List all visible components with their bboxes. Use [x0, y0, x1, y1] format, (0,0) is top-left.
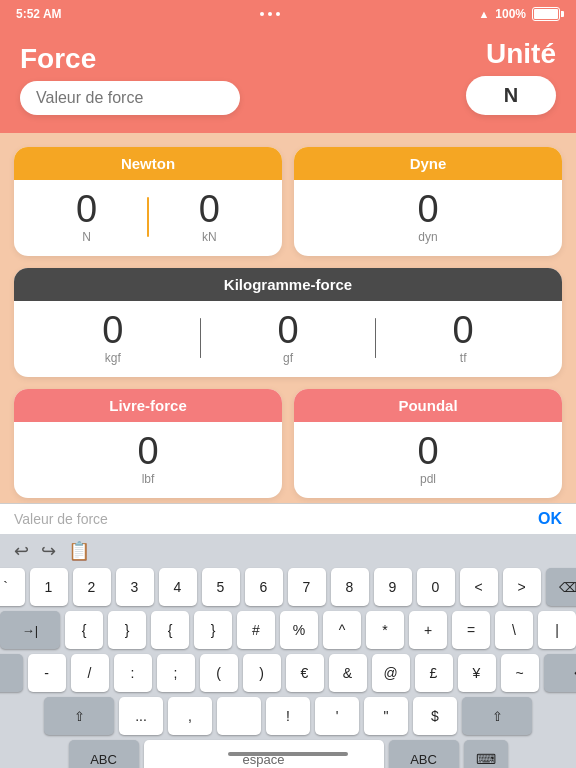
force-label: Force: [20, 43, 240, 75]
lbf-label: lbf: [142, 472, 155, 486]
key-return[interactable]: ↵: [544, 654, 577, 692]
force-input[interactable]: [20, 81, 240, 115]
tf-value: 0: [453, 311, 474, 349]
battery-icon: [532, 7, 560, 21]
key-openbrace[interactable]: {: [65, 611, 103, 649]
status-time: 5:52 AM: [16, 7, 62, 21]
gf-value: 0: [277, 311, 298, 349]
kb-row-2: →| { } { } # % ^ * + = \ |: [4, 611, 572, 649]
livre-body: 0 lbf: [14, 422, 282, 498]
dyne-group: 0 dyn: [306, 190, 550, 244]
paste-button[interactable]: 📋: [66, 540, 92, 562]
key-pound[interactable]: £: [415, 654, 453, 692]
main-content: Newton 0 N 0 kN Dyne 0 dyn: [0, 133, 576, 498]
key-euro[interactable]: €: [286, 654, 324, 692]
key-closebrace[interactable]: }: [108, 611, 146, 649]
input-bar: Valeur de force OK: [0, 503, 576, 534]
lbf-group: 0 lbf: [26, 432, 270, 486]
key-backtick[interactable]: `: [0, 568, 25, 606]
key-ampersand[interactable]: &: [329, 654, 367, 692]
key-space-small[interactable]: [217, 697, 261, 735]
newton-header: Newton: [14, 147, 282, 180]
card-newton: Newton 0 N 0 kN: [14, 147, 282, 256]
key-closeparen[interactable]: ): [243, 654, 281, 692]
key-1[interactable]: 1: [30, 568, 68, 606]
card-dyne: Dyne 0 dyn: [294, 147, 562, 256]
key-asterisk[interactable]: *: [366, 611, 404, 649]
keyboard-toolbar: ↩ ↪ 📋: [4, 540, 572, 568]
key-tilde[interactable]: ~: [501, 654, 539, 692]
tf-group: 0 tf: [376, 311, 550, 365]
key-hash[interactable]: #: [237, 611, 275, 649]
key-9[interactable]: 9: [374, 568, 412, 606]
key-lt[interactable]: <: [460, 568, 498, 606]
key-backslash[interactable]: \: [495, 611, 533, 649]
key-ellipsis[interactable]: ...: [119, 697, 163, 735]
key-equals[interactable]: =: [452, 611, 490, 649]
status-bar: 5:52 AM ▲ 100%: [0, 0, 576, 28]
unite-value[interactable]: N: [466, 76, 556, 115]
key-shift-left[interactable]: ⇧: [0, 654, 23, 692]
key-exclaim[interactable]: !: [266, 697, 310, 735]
unite-label: Unité: [466, 38, 556, 70]
ok-button[interactable]: OK: [538, 510, 562, 528]
key-8[interactable]: 8: [331, 568, 369, 606]
key-openparen[interactable]: (: [200, 654, 238, 692]
key-quote[interactable]: ": [364, 697, 408, 735]
kb-row-3: ⇧ - / : ; ( ) € & @ £ ¥ ~ ↵: [4, 654, 572, 692]
key-closebrace2[interactable]: }: [194, 611, 232, 649]
key-6[interactable]: 6: [245, 568, 283, 606]
header-force: Force: [20, 43, 240, 115]
key-openbrace2[interactable]: {: [151, 611, 189, 649]
key-gt[interactable]: >: [503, 568, 541, 606]
dyne-label: dyn: [418, 230, 437, 244]
wifi-icon: ▲: [478, 8, 489, 20]
input-bar-placeholder: Valeur de force: [14, 511, 108, 527]
key-plus[interactable]: +: [409, 611, 447, 649]
key-3[interactable]: 3: [116, 568, 154, 606]
key-at[interactable]: @: [372, 654, 410, 692]
key-colon[interactable]: :: [114, 654, 152, 692]
newton-n-group: 0 N: [26, 190, 147, 244]
gf-group: 0 gf: [201, 311, 375, 365]
poundal-body: 0 pdl: [294, 422, 562, 498]
key-caret[interactable]: ^: [323, 611, 361, 649]
key-comma[interactable]: ,: [168, 697, 212, 735]
newton-n-value: 0: [76, 190, 97, 228]
key-0[interactable]: 0: [417, 568, 455, 606]
key-minus[interactable]: -: [28, 654, 66, 692]
key-slash[interactable]: /: [71, 654, 109, 692]
newton-kn-label: kN: [202, 230, 217, 244]
dyne-body: 0 dyn: [294, 180, 562, 256]
key-yen[interactable]: ¥: [458, 654, 496, 692]
undo-button[interactable]: ↩: [12, 540, 31, 562]
key-percent[interactable]: %: [280, 611, 318, 649]
key-7[interactable]: 7: [288, 568, 326, 606]
key-dollar[interactable]: $: [413, 697, 457, 735]
header-unite: Unité N: [466, 38, 556, 115]
kilogramme-body: 0 kgf 0 gf 0 tf: [14, 301, 562, 377]
card-kilogramme: Kilogramme-force 0 kgf 0 gf 0 tf: [14, 268, 562, 377]
key-shift-left2[interactable]: ⇧: [44, 697, 114, 735]
kgf-value: 0: [102, 311, 123, 349]
key-2[interactable]: 2: [73, 568, 111, 606]
battery-label: 100%: [495, 7, 526, 21]
pdl-group: 0 pdl: [306, 432, 550, 486]
lbf-value: 0: [137, 432, 158, 470]
card-livre: Livre-force 0 lbf: [14, 389, 282, 498]
key-apos[interactable]: ': [315, 697, 359, 735]
key-4[interactable]: 4: [159, 568, 197, 606]
dyne-value: 0: [417, 190, 438, 228]
key-semicolon[interactable]: ;: [157, 654, 195, 692]
kilogramme-header: Kilogramme-force: [14, 268, 562, 301]
key-pipe[interactable]: |: [538, 611, 576, 649]
redo-button[interactable]: ↪: [39, 540, 58, 562]
key-5[interactable]: 5: [202, 568, 240, 606]
key-tab[interactable]: →|: [0, 611, 60, 649]
tf-label: tf: [460, 351, 467, 365]
key-shift-right2[interactable]: ⇧: [462, 697, 532, 735]
livre-header: Livre-force: [14, 389, 282, 422]
key-delete[interactable]: ⌫: [546, 568, 577, 606]
newton-body: 0 N 0 kN: [14, 180, 282, 256]
newton-kn-group: 0 kN: [149, 190, 270, 244]
